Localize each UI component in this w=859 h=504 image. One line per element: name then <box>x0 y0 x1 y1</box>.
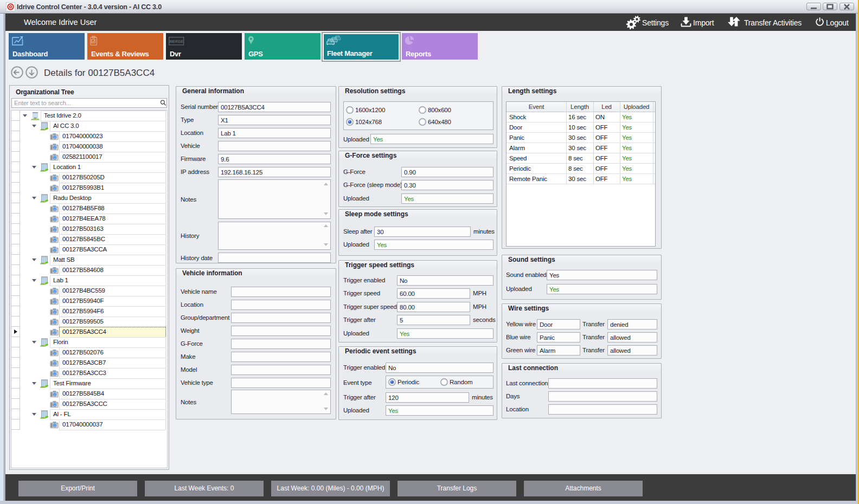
svg-text:MERGE: MERGE <box>169 40 183 43</box>
